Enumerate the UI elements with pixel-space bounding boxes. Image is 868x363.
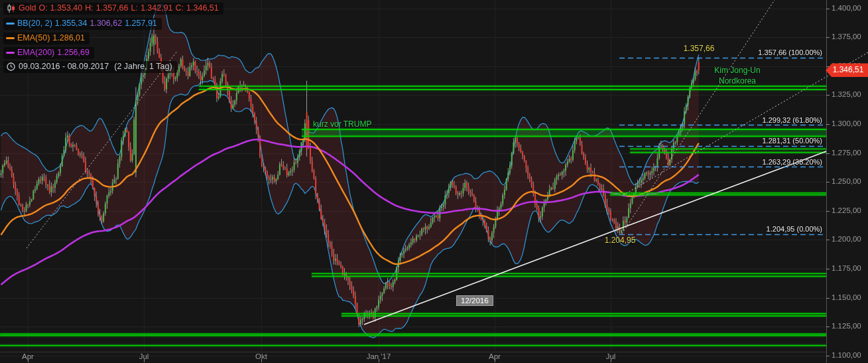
chart-window: Gold O: 1.353,40 H: 1.357,66 L: 1.342,91…	[0, 0, 868, 363]
bb-upper-value: 1.355,34	[55, 19, 88, 29]
low-value: 1.342,91	[141, 3, 173, 13]
x-axis-label: Jan '17	[359, 352, 399, 360]
fib-level-label[interactable]: 1.281,31 (50.00%)	[663, 137, 822, 145]
swing-high-label[interactable]: 1.357,66	[684, 44, 715, 53]
ema200-color-swatch-icon	[6, 52, 15, 54]
fib-level-label[interactable]: 1.263,29 (38.20%)	[663, 158, 822, 166]
symbol-name: Gold	[19, 3, 36, 13]
open-value: 1.353,40	[50, 3, 83, 13]
ema50-label: EMA(50)	[17, 33, 50, 43]
x-axis-label: Apr	[475, 352, 515, 360]
clock-icon	[6, 62, 16, 71]
y-axis-label: 1.100,00	[832, 351, 861, 359]
close-value: 1.346,51	[186, 3, 219, 13]
date-flag-label[interactable]: 12/2016	[456, 295, 493, 306]
swing-low-label[interactable]: 1.204,95	[605, 236, 636, 245]
date-range-note: (2 Jahre, 1 Tag)	[114, 62, 172, 72]
y-axis-label: 1.150,00	[832, 293, 861, 301]
candlestick-icon	[6, 4, 16, 13]
y-axis-label: 1.300,00	[832, 119, 861, 127]
north-korea-note-line2: Nordkorea	[714, 76, 760, 86]
legend-ema50-row[interactable]: EMA(50) 1.286,01	[3, 32, 223, 44]
legend: Gold O: 1.353,40 H: 1.357,66 L: 1.342,91…	[3, 3, 223, 76]
x-axis-label: Jul	[124, 352, 164, 360]
last-price-tag: 1.346,51	[826, 63, 868, 77]
north-korea-note[interactable]: Kim Jong-Un Nordkorea	[714, 65, 760, 86]
ema200-label: EMA(200)	[17, 48, 54, 58]
date-range: 09.03.2016 - 08.09.2017	[19, 62, 109, 72]
bb-middle-value: 1.306,62	[90, 19, 122, 29]
low-label: L:	[131, 3, 137, 13]
fib-level-label[interactable]: 1.299,32 (61.80%)	[663, 116, 822, 124]
high-value: 1.357,66	[96, 3, 129, 13]
y-axis-label: 1.200,00	[832, 235, 861, 243]
legend-ema200-row[interactable]: EMA(200) 1.256,69	[3, 46, 223, 59]
trump-note[interactable]: kurz vor TRUMP	[313, 119, 371, 129]
x-axis-label: Okt	[241, 352, 281, 360]
y-axis-label: 1.125,00	[832, 322, 861, 330]
legend-bb-row[interactable]: BB(20, 2) 1.355,34 1.306,62 1.257,91	[3, 17, 223, 30]
fib-level-label[interactable]: 1.204,95 (0.00%)	[663, 225, 822, 233]
y-axis-label: 1.375,00	[832, 33, 861, 40]
ema50-color-swatch-icon	[6, 37, 15, 39]
x-axis-label: Apr	[8, 352, 48, 360]
ema200-value: 1.256,69	[57, 48, 90, 58]
legend-ohlc-row[interactable]: Gold O: 1.353,40 H: 1.357,66 L: 1.342,91…	[3, 3, 223, 15]
high-label: H:	[85, 3, 93, 13]
y-axis-label: 1.225,00	[832, 206, 861, 214]
bb-lower-value: 1.257,91	[125, 19, 157, 29]
y-axis-label: 1.175,00	[832, 264, 861, 272]
open-label: O:	[38, 3, 47, 13]
close-label: C:	[176, 3, 184, 13]
y-axis-label: 1.275,00	[832, 149, 861, 157]
bb-label: BB(20, 2)	[17, 19, 52, 29]
y-axis-label: 1.325,00	[832, 90, 861, 98]
legend-daterange-row[interactable]: 09.03.2016 - 08.09.2017 (2 Jahre, 1 Tag)	[3, 61, 223, 74]
y-axis-label: 1.250,00	[832, 177, 861, 185]
north-korea-note-line1: Kim Jong-Un	[714, 65, 760, 76]
bb-color-swatch-icon	[6, 23, 15, 25]
ema50-value: 1.286,01	[52, 33, 85, 43]
y-axis-label: 1.400,00	[832, 4, 861, 12]
x-axis-label: Jul	[591, 352, 631, 360]
